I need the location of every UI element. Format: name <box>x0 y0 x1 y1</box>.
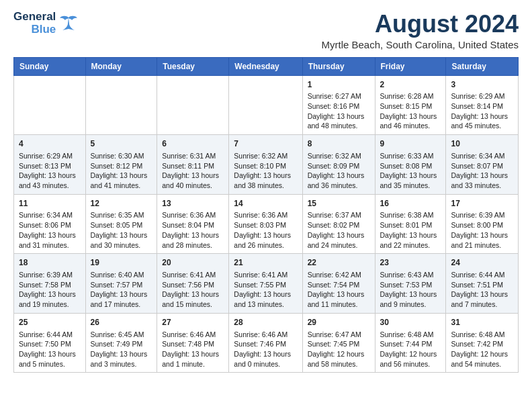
day-info-line: Sunset: 8:12 PM <box>91 161 152 171</box>
day-info-line: and 17 minutes. <box>91 300 152 310</box>
day-info-line: Sunset: 7:58 PM <box>19 280 81 290</box>
day-number: 7 <box>234 138 297 150</box>
day-number: 6 <box>162 138 224 150</box>
calendar-cell: 27Sunrise: 6:46 AMSunset: 7:48 PMDayligh… <box>157 313 229 373</box>
calendar-cell: 22Sunrise: 6:42 AMSunset: 7:54 PMDayligh… <box>302 254 375 314</box>
day-info-line: and 22 minutes. <box>380 240 441 250</box>
day-info-line: Daylight: 13 hours <box>380 171 441 181</box>
day-info-line: Sunset: 8:11 PM <box>162 161 224 171</box>
calendar-cell: 13Sunrise: 6:36 AMSunset: 8:04 PMDayligh… <box>157 194 229 254</box>
day-info-line: Sunrise: 6:35 AM <box>91 210 152 220</box>
calendar-cell: 7Sunrise: 6:32 AMSunset: 8:10 PMDaylight… <box>229 135 302 195</box>
day-info-line: Sunrise: 6:36 AM <box>234 210 297 220</box>
day-info-line: Daylight: 13 hours <box>19 349 81 359</box>
day-info-line: and 35 minutes. <box>380 181 441 191</box>
day-info-line: Sunset: 8:14 PM <box>451 101 513 111</box>
day-info-line: Sunrise: 6:32 AM <box>308 151 370 161</box>
day-number: 18 <box>19 257 81 269</box>
calendar-cell <box>157 75 229 135</box>
day-info-line: Sunrise: 6:43 AM <box>380 270 441 280</box>
header: General Blue August 2024 Myrtle Beach, S… <box>13 11 519 50</box>
calendar-cell: 17Sunrise: 6:39 AMSunset: 8:00 PMDayligh… <box>446 194 519 254</box>
calendar-cell: 24Sunrise: 6:44 AMSunset: 7:51 PMDayligh… <box>446 254 519 314</box>
day-info-line: Daylight: 13 hours <box>162 349 224 359</box>
day-info-line: Sunrise: 6:38 AM <box>380 210 441 220</box>
day-number: 29 <box>308 317 370 328</box>
day-info-line: Daylight: 13 hours <box>234 289 297 300</box>
day-info-line: and 45 minutes. <box>451 121 513 131</box>
day-info-line: Sunset: 8:16 PM <box>308 101 370 111</box>
day-info-line: Sunset: 8:05 PM <box>91 220 152 230</box>
day-number: 13 <box>162 198 224 210</box>
day-info-line: Sunrise: 6:39 AM <box>19 270 81 280</box>
day-info-line: Daylight: 13 hours <box>162 230 224 240</box>
day-number: 3 <box>451 79 513 91</box>
day-info-line: Sunrise: 6:39 AM <box>451 210 513 220</box>
day-info-line: Sunset: 7:48 PM <box>162 339 224 349</box>
calendar-cell: 16Sunrise: 6:38 AMSunset: 8:01 PMDayligh… <box>375 194 446 254</box>
day-info-line: Daylight: 13 hours <box>91 289 152 300</box>
day-info-line: and 19 minutes. <box>19 300 81 310</box>
day-info-line: and 28 minutes. <box>162 240 224 250</box>
calendar-cell: 12Sunrise: 6:35 AMSunset: 8:05 PMDayligh… <box>85 194 157 254</box>
day-info-line: Sunrise: 6:44 AM <box>451 270 513 280</box>
day-info-line: Sunset: 8:10 PM <box>234 161 297 171</box>
day-info-line: Daylight: 13 hours <box>451 230 513 240</box>
day-number: 26 <box>91 317 152 328</box>
day-info-line: Daylight: 13 hours <box>162 289 224 300</box>
day-info-line: Sunset: 8:09 PM <box>308 161 370 171</box>
day-number: 23 <box>380 257 441 269</box>
calendar-cell: 8Sunrise: 6:32 AMSunset: 8:09 PMDaylight… <box>302 135 375 195</box>
day-number: 19 <box>91 257 152 269</box>
day-info-line: and 21 minutes. <box>451 240 513 250</box>
day-number: 12 <box>91 198 152 210</box>
day-info-line: and 0 minutes. <box>234 359 297 369</box>
calendar-cell: 2Sunrise: 6:28 AMSunset: 8:15 PMDaylight… <box>375 75 446 135</box>
header-monday: Monday <box>85 57 157 75</box>
day-info-line: Sunrise: 6:40 AM <box>91 270 152 280</box>
day-info-line: Sunrise: 6:42 AM <box>308 270 370 280</box>
day-info-line: Sunrise: 6:37 AM <box>308 210 370 220</box>
day-info-line: Sunset: 8:15 PM <box>380 101 441 111</box>
day-info-line: Daylight: 13 hours <box>451 111 513 122</box>
day-number: 11 <box>19 198 81 210</box>
day-info-line: Sunrise: 6:36 AM <box>162 210 224 220</box>
day-info-line: Sunset: 8:02 PM <box>308 220 370 230</box>
calendar-cell: 9Sunrise: 6:33 AMSunset: 8:08 PMDaylight… <box>375 135 446 195</box>
day-info-line: and 54 minutes. <box>451 359 513 369</box>
page-subtitle: Myrtle Beach, South Carolina, United Sta… <box>322 39 519 50</box>
day-number: 31 <box>451 317 513 328</box>
logo: General Blue <box>13 11 79 36</box>
calendar-cell: 28Sunrise: 6:46 AMSunset: 7:46 PMDayligh… <box>229 313 302 373</box>
day-info-line: Sunset: 7:49 PM <box>91 339 152 349</box>
day-info-line: and 1 minute. <box>162 359 224 369</box>
day-info-line: Sunrise: 6:30 AM <box>91 151 152 161</box>
day-info-line: Daylight: 13 hours <box>19 171 81 181</box>
day-info-line: and 26 minutes. <box>234 240 297 250</box>
day-info-line: Daylight: 13 hours <box>162 171 224 181</box>
day-number: 14 <box>234 198 297 210</box>
day-info-line: and 40 minutes. <box>162 181 224 191</box>
day-info-line: Daylight: 13 hours <box>308 230 370 240</box>
week-row-4: 18Sunrise: 6:39 AMSunset: 7:58 PMDayligh… <box>14 254 519 314</box>
calendar-cell: 3Sunrise: 6:29 AMSunset: 8:14 PMDaylight… <box>446 75 519 135</box>
calendar-cell: 30Sunrise: 6:48 AMSunset: 7:44 PMDayligh… <box>375 313 446 373</box>
day-info-line: and 43 minutes. <box>19 181 81 191</box>
day-info-line: Sunrise: 6:34 AM <box>19 210 81 220</box>
header-saturday: Saturday <box>446 57 519 75</box>
day-info-line: Sunset: 8:07 PM <box>451 161 513 171</box>
day-info-line: and 30 minutes. <box>91 240 152 250</box>
week-row-1: 1Sunrise: 6:27 AMSunset: 8:16 PMDaylight… <box>14 75 519 135</box>
day-info-line: Sunset: 7:46 PM <box>234 339 297 349</box>
calendar-cell: 6Sunrise: 6:31 AMSunset: 8:11 PMDaylight… <box>157 135 229 195</box>
calendar-cell: 23Sunrise: 6:43 AMSunset: 7:53 PMDayligh… <box>375 254 446 314</box>
day-info-line: Sunset: 7:53 PM <box>380 280 441 290</box>
calendar-cell: 4Sunrise: 6:29 AMSunset: 8:13 PMDaylight… <box>14 135 86 195</box>
day-info-line: Sunset: 8:13 PM <box>19 161 81 171</box>
day-info-line: Daylight: 13 hours <box>308 289 370 300</box>
day-info-line: Sunrise: 6:32 AM <box>234 151 297 161</box>
title-area: August 2024 Myrtle Beach, South Carolina… <box>322 11 519 50</box>
day-info-line: and 46 minutes. <box>380 121 441 131</box>
day-info-line: and 3 minutes. <box>91 359 152 369</box>
day-info-line: Sunrise: 6:46 AM <box>234 330 297 340</box>
